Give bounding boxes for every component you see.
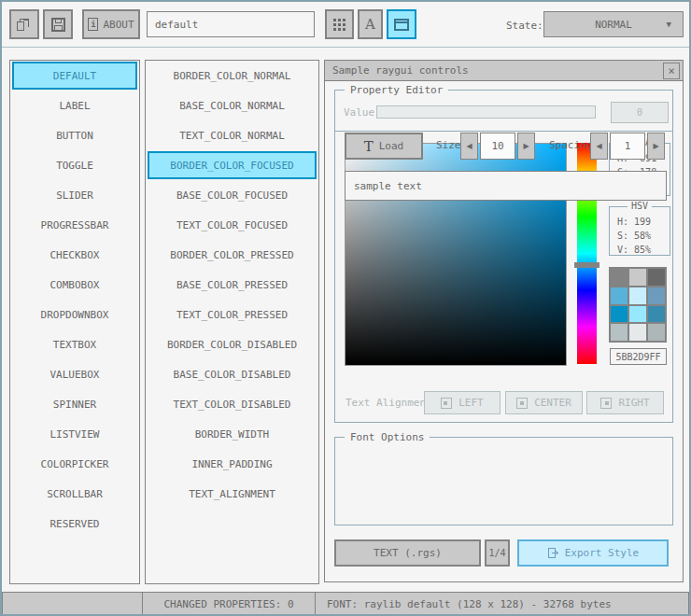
- property-item-border_color_disabled[interactable]: BORDER_COLOR_DISABLED: [146, 329, 318, 359]
- load-button-label: Load: [379, 140, 404, 152]
- align-right-button[interactable]: RIGHT: [586, 391, 664, 414]
- export-format-button[interactable]: TEXT (.rgs): [334, 539, 481, 567]
- controls-view-button[interactable]: [387, 9, 416, 39]
- style-name-input[interactable]: [147, 11, 315, 37]
- color-swatch-0[interactable]: [611, 269, 628, 286]
- close-button[interactable]: ×: [663, 63, 680, 79]
- property-item-text_alignment[interactable]: TEXT_ALIGNMENT: [146, 479, 318, 509]
- style-table-view-button[interactable]: [325, 9, 354, 39]
- spacing-value: 1: [625, 140, 631, 152]
- load-font-button[interactable]: T Load: [345, 133, 423, 160]
- control-item-slider[interactable]: SLIDER: [10, 180, 139, 210]
- control-item-valuebox[interactable]: VALUEBOX: [10, 359, 139, 389]
- control-item-reserved[interactable]: RESERVED: [10, 509, 139, 539]
- info-icon: i: [88, 18, 98, 31]
- value-slider[interactable]: [376, 105, 596, 119]
- size-increment-button[interactable]: ▶: [517, 133, 535, 160]
- about-button-label: ABOUT: [103, 19, 134, 31]
- font-view-button[interactable]: A: [358, 9, 383, 39]
- align-left-icon: [441, 398, 452, 409]
- hsv-v-value: V: 85%: [617, 243, 670, 257]
- about-button[interactable]: i ABOUT: [82, 9, 140, 39]
- save-style-button[interactable]: [43, 9, 73, 39]
- align-right-icon: [600, 398, 612, 409]
- statusbar-changed-properties: CHANGED PROPERTIES: 0: [142, 592, 316, 616]
- hex-value-box[interactable]: 5BB2D9FF: [610, 348, 667, 365]
- sample-text-box[interactable]: sample text: [345, 171, 667, 201]
- property-item-text_color_pressed[interactable]: TEXT_COLOR_PRESSED: [146, 300, 318, 329]
- property-item-border_color_pressed[interactable]: BORDER_COLOR_PRESSED: [146, 240, 318, 270]
- control-item-default[interactable]: DEFAULT: [12, 62, 137, 90]
- spacing-decrement-button[interactable]: ◀: [590, 133, 608, 160]
- sample-window-title: Sample raygui controls: [332, 64, 469, 77]
- spacing-value-box[interactable]: 1: [610, 133, 645, 160]
- value-box[interactable]: 0: [611, 102, 669, 123]
- control-item-colorpicker[interactable]: COLORPICKER: [10, 449, 139, 479]
- window-icon: [394, 19, 409, 31]
- style-color-swatches: [609, 267, 667, 343]
- close-icon: ×: [668, 64, 674, 77]
- hsv-title: HSV: [628, 201, 652, 211]
- color-swatch-8[interactable]: [648, 306, 665, 323]
- property-item-text_color_focused[interactable]: TEXT_COLOR_FOCUSED: [146, 210, 318, 240]
- save-floppy-icon: [51, 18, 65, 32]
- color-swatch-1[interactable]: [629, 269, 646, 286]
- property-item-text_color_normal[interactable]: TEXT_COLOR_NORMAL: [146, 120, 318, 150]
- color-swatch-2[interactable]: [648, 269, 665, 286]
- property-item-base_color_disabled[interactable]: BASE_COLOR_DISABLED: [146, 359, 318, 389]
- sample-controls-window: Sample raygui controls × Property Editor…: [324, 60, 684, 582]
- toolbar-divider: [2, 47, 689, 48]
- export-style-label: Export Style: [565, 547, 639, 559]
- hex-value-text: 5BB2D9FF: [615, 352, 660, 362]
- property-item-base_color_normal[interactable]: BASE_COLOR_NORMAL: [146, 91, 318, 120]
- chevron-down-icon: ▼: [667, 20, 671, 29]
- file-export-icon: [547, 547, 559, 559]
- control-item-progressbar[interactable]: PROGRESSBAR: [10, 210, 139, 240]
- control-item-label[interactable]: LABEL: [10, 91, 139, 120]
- control-item-toggle[interactable]: TOGGLE: [10, 150, 139, 180]
- color-swatch-5[interactable]: [648, 287, 665, 304]
- open-style-button[interactable]: [9, 9, 39, 39]
- format-pager-button[interactable]: 1/4: [485, 539, 510, 567]
- property-item-border_width[interactable]: BORDER_WIDTH: [146, 419, 318, 449]
- color-swatch-9[interactable]: [611, 324, 628, 341]
- state-dropdown[interactable]: NORMAL ▼: [543, 11, 684, 37]
- control-item-listview[interactable]: LISTVIEW: [10, 419, 139, 449]
- value-box-text: 0: [637, 107, 642, 118]
- color-swatch-10[interactable]: [629, 324, 646, 341]
- color-swatch-11[interactable]: [648, 324, 665, 341]
- spacing-increment-button[interactable]: ▶: [647, 133, 665, 160]
- property-item-border_color_normal[interactable]: BORDER_COLOR_NORMAL: [146, 61, 318, 91]
- control-item-scrollbar[interactable]: SCROLLBAR: [10, 479, 139, 509]
- hsv-h-value: H: 199: [617, 215, 670, 229]
- control-item-checkbox[interactable]: CHECKBOX: [10, 240, 139, 270]
- property-item-inner_padding[interactable]: INNER_PADDING: [146, 449, 318, 479]
- property-item-base_color_focused[interactable]: BASE_COLOR_FOCUSED: [146, 180, 318, 210]
- align-center-button[interactable]: CENTER: [505, 391, 583, 414]
- export-style-button[interactable]: Export Style: [517, 539, 669, 567]
- controls-listview: DEFAULTLABELBUTTONTOGGLESLIDERPROGRESSBA…: [9, 60, 140, 584]
- folder-open-icon: [16, 18, 33, 31]
- color-swatch-4[interactable]: [629, 287, 646, 304]
- text-t-icon: T: [364, 138, 374, 155]
- control-item-spinner[interactable]: SPINNER: [10, 389, 139, 419]
- size-decrement-button[interactable]: ◀: [460, 133, 478, 160]
- property-item-base_color_pressed[interactable]: BASE_COLOR_PRESSED: [146, 270, 318, 300]
- size-value-box[interactable]: 10: [480, 133, 515, 160]
- control-item-dropdownbox[interactable]: DROPDOWNBOX: [10, 300, 139, 329]
- control-item-textbox[interactable]: TEXTBOX: [10, 329, 139, 359]
- hue-slider-handle[interactable]: [574, 262, 599, 268]
- control-item-combobox[interactable]: COMBOBOX: [10, 270, 139, 300]
- align-left-button[interactable]: LEFT: [424, 391, 501, 414]
- color-swatch-3[interactable]: [611, 287, 628, 304]
- size-value: 10: [491, 140, 503, 152]
- color-swatch-7[interactable]: [629, 306, 646, 323]
- control-item-button[interactable]: BUTTON: [10, 120, 139, 150]
- font-a-icon: A: [365, 16, 375, 33]
- align-right-label: RIGHT: [618, 397, 649, 409]
- color-swatch-6[interactable]: [611, 306, 628, 323]
- property-item-border_color_focused[interactable]: BORDER_COLOR_FOCUSED: [148, 151, 317, 179]
- statusbar-empty-cell: [2, 592, 143, 616]
- sample-window-titlebar[interactable]: Sample raygui controls ×: [325, 61, 683, 81]
- property-item-text_color_disabled[interactable]: TEXT_COLOR_DISABLED: [146, 389, 318, 419]
